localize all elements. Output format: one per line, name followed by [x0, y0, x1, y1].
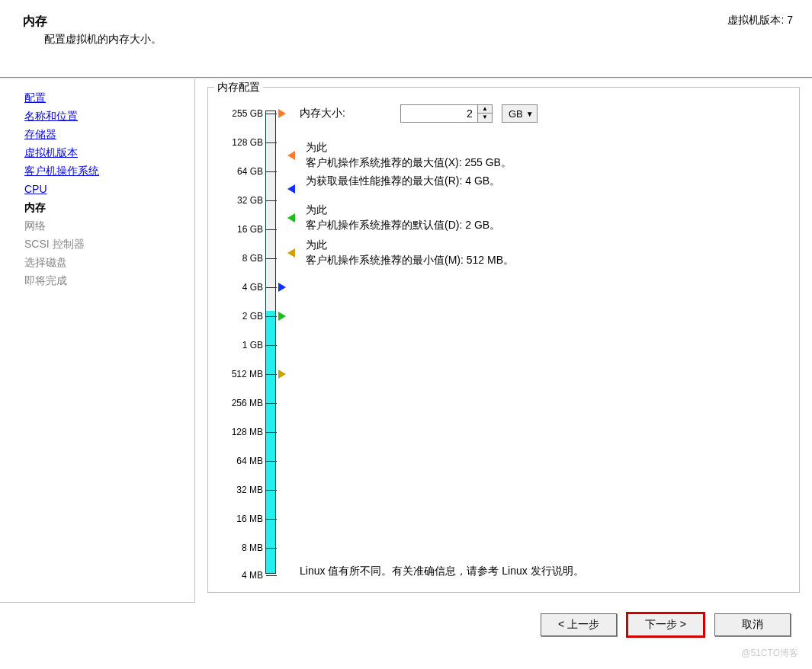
watermark: @51CTO博客	[741, 647, 798, 660]
slider-marker-def	[278, 312, 286, 321]
memory-size-label: 内存大小:	[300, 107, 345, 120]
slider-tick: 8 MB	[219, 542, 263, 554]
chevron-down-icon: ▼	[526, 110, 534, 118]
page-subtitle: 配置虚拟机的内存大小。	[23, 33, 801, 46]
sidebar-item-name[interactable]: 名称和位置	[24, 107, 187, 125]
spin-up-icon[interactable]: ▲	[478, 105, 492, 114]
sidebar-item-version[interactable]: 虚拟机版本	[24, 143, 187, 162]
vm-version: 虚拟机版本: 7	[727, 14, 801, 27]
sidebar-item-memory-current: 内存	[24, 198, 187, 216]
memory-slider[interactable]: 255 GB128 GB64 GB32 GB16 GB8 GB4 GB2 GB1…	[219, 103, 295, 575]
sidebar-item-config[interactable]: 配置	[24, 88, 187, 107]
cancel-button[interactable]: 取消	[714, 613, 791, 636]
slider-tick: 4 GB	[219, 281, 263, 293]
slider-tick: 32 GB	[219, 194, 263, 206]
memory-config-group: 内存配置 内存大小: ▲ ▼ GB▼	[207, 87, 800, 593]
slider-tick: 128 MB	[219, 426, 263, 438]
slider-tick: 16 MB	[219, 513, 263, 525]
sidebar-item-ready: 即将完成	[24, 271, 187, 290]
triangle-default-icon	[287, 213, 295, 222]
triangle-max-icon	[287, 151, 295, 160]
sidebar-item-storage[interactable]: 存储器	[24, 125, 187, 143]
slider-tick: 255 GB	[219, 107, 263, 120]
slider-tick: 1 GB	[219, 339, 263, 351]
slider-marker-min	[278, 370, 286, 379]
slider-marker-perf	[278, 283, 286, 292]
linux-footnote: Linux 值有所不同。有关准确信息，请参考 Linux 发行说明。	[300, 565, 584, 578]
info-default: 为此客户机操作系统推荐的默认值(D): 2 GB。	[306, 202, 500, 232]
slider-tick: 2 GB	[219, 310, 263, 322]
back-button[interactable]: < 上一步	[541, 613, 617, 636]
slider-tick: 512 MB	[219, 368, 263, 380]
sidebar-item-scsi: SCSI 控制器	[24, 235, 187, 253]
triangle-min-icon	[287, 248, 295, 258]
slider-tick: 4 MB	[219, 569, 263, 581]
wizard-footer: < 上一步 下一步 > 取消	[0, 603, 812, 636]
memory-unit-select[interactable]: GB▼	[502, 104, 538, 123]
slider-tick: 8 GB	[219, 252, 263, 264]
wizard-header: 内存 虚拟机版本: 7 配置虚拟机的内存大小。	[0, 0, 812, 53]
slider-tick: 64 GB	[219, 165, 263, 178]
next-button[interactable]: 下一步 >	[627, 613, 704, 636]
slider-tick: 64 MB	[219, 455, 263, 467]
info-perf: 为获取最佳性能推荐的最大值(R): 4 GB。	[306, 173, 500, 188]
page-title: 内存	[23, 14, 47, 30]
slider-marker-max	[278, 109, 286, 118]
sidebar-item-network: 网络	[24, 216, 187, 235]
memory-size-input[interactable]	[401, 105, 477, 122]
info-min: 为此客户机操作系统推荐的最小值(M): 512 MB。	[306, 237, 514, 267]
slider-tick: 128 GB	[219, 136, 263, 149]
info-max: 为此客户机操作系统推荐的最大值(X): 255 GB。	[306, 139, 512, 170]
slider-tick: 32 MB	[219, 484, 263, 496]
memory-size-spinner[interactable]: ▲ ▼	[400, 104, 493, 123]
slider-tick: 16 GB	[219, 223, 263, 235]
fieldset-legend: 内存配置	[214, 81, 263, 94]
sidebar-item-guestos[interactable]: 客户机操作系统	[24, 162, 187, 180]
slider-tick: 256 MB	[219, 397, 263, 409]
wizard-steps-sidebar: 配置 名称和位置 存储器 虚拟机版本 客户机操作系统 CPU 内存 网络 SCS…	[0, 79, 195, 603]
sidebar-item-disk: 选择磁盘	[24, 253, 187, 271]
sidebar-item-cpu[interactable]: CPU	[24, 180, 187, 198]
triangle-perf-icon	[287, 184, 295, 194]
spin-down-icon[interactable]: ▼	[478, 114, 492, 122]
